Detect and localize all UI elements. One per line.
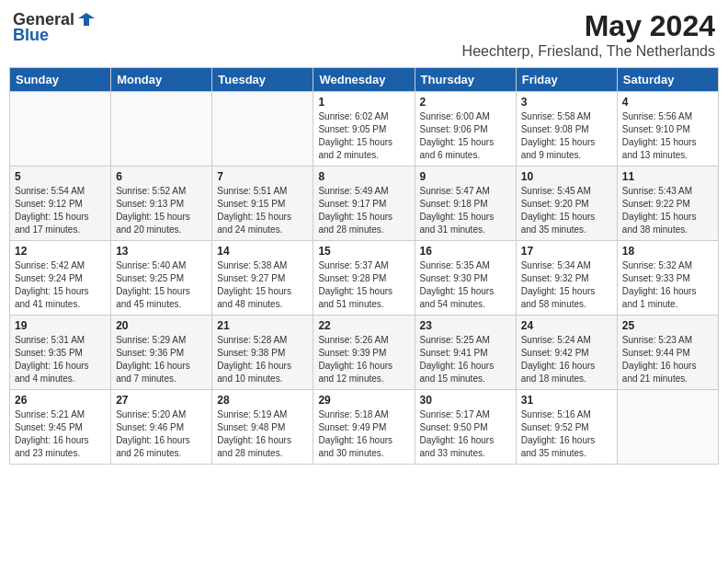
day-cell xyxy=(10,92,111,167)
calendar-table: Sunday Monday Tuesday Wednesday Thursday… xyxy=(9,67,719,465)
day-number: 7 xyxy=(217,170,308,183)
day-info: Sunrise: 5:29 AM Sunset: 9:36 PM Dayligh… xyxy=(116,334,207,385)
day-number: 12 xyxy=(15,245,106,258)
day-number: 15 xyxy=(318,245,409,258)
day-cell: 13Sunrise: 5:40 AM Sunset: 9:25 PM Dayli… xyxy=(111,241,212,316)
day-info: Sunrise: 5:19 AM Sunset: 9:48 PM Dayligh… xyxy=(217,408,308,460)
day-info: Sunrise: 6:00 AM Sunset: 9:06 PM Dayligh… xyxy=(420,110,511,162)
day-number: 13 xyxy=(116,245,207,258)
col-monday: Monday xyxy=(111,68,212,92)
day-info: Sunrise: 5:28 AM Sunset: 9:38 PM Dayligh… xyxy=(217,334,308,385)
day-cell: 5Sunrise: 5:54 AM Sunset: 9:12 PM Daylig… xyxy=(10,167,111,241)
day-info: Sunrise: 5:16 AM Sunset: 9:52 PM Dayligh… xyxy=(521,408,612,460)
day-info: Sunrise: 5:21 AM Sunset: 9:45 PM Dayligh… xyxy=(15,408,106,460)
logo: General Blue xyxy=(13,9,97,45)
col-wednesday: Wednesday xyxy=(313,68,415,92)
day-info: Sunrise: 5:51 AM Sunset: 9:15 PM Dayligh… xyxy=(217,185,308,236)
day-cell: 7Sunrise: 5:51 AM Sunset: 9:15 PM Daylig… xyxy=(212,167,313,241)
day-info: Sunrise: 5:25 AM Sunset: 9:41 PM Dayligh… xyxy=(420,334,511,385)
day-cell: 22Sunrise: 5:26 AM Sunset: 9:39 PM Dayli… xyxy=(313,316,415,390)
day-cell: 11Sunrise: 5:43 AM Sunset: 9:22 PM Dayli… xyxy=(617,167,718,241)
day-info: Sunrise: 5:47 AM Sunset: 9:18 PM Dayligh… xyxy=(420,185,511,236)
logo-blue-text: Blue xyxy=(13,26,49,45)
day-number: 26 xyxy=(15,394,106,407)
day-number: 27 xyxy=(116,394,207,407)
day-cell: 4Sunrise: 5:56 AM Sunset: 9:10 PM Daylig… xyxy=(617,92,718,167)
calendar-subtitle: Heechterp, Friesland, The Netherlands xyxy=(462,43,715,60)
day-info: Sunrise: 5:42 AM Sunset: 9:24 PM Dayligh… xyxy=(15,259,106,311)
day-number: 1 xyxy=(318,96,409,109)
day-info: Sunrise: 5:38 AM Sunset: 9:27 PM Dayligh… xyxy=(217,259,308,311)
day-cell: 25Sunrise: 5:23 AM Sunset: 9:44 PM Dayli… xyxy=(617,316,718,390)
title-area: May 2024 Heechterp, Friesland, The Nethe… xyxy=(462,9,715,60)
day-info: Sunrise: 5:26 AM Sunset: 9:39 PM Dayligh… xyxy=(318,334,409,385)
day-cell: 30Sunrise: 5:17 AM Sunset: 9:50 PM Dayli… xyxy=(415,390,516,465)
day-info: Sunrise: 5:35 AM Sunset: 9:30 PM Dayligh… xyxy=(420,259,511,311)
day-cell xyxy=(212,92,313,167)
day-number: 10 xyxy=(521,170,612,183)
day-cell: 15Sunrise: 5:37 AM Sunset: 9:28 PM Dayli… xyxy=(313,241,415,316)
day-cell: 3Sunrise: 5:58 AM Sunset: 9:08 PM Daylig… xyxy=(516,92,617,167)
col-saturday: Saturday xyxy=(617,68,718,92)
day-number: 25 xyxy=(622,319,713,332)
day-info: Sunrise: 5:58 AM Sunset: 9:08 PM Dayligh… xyxy=(521,110,612,162)
day-cell: 8Sunrise: 5:49 AM Sunset: 9:17 PM Daylig… xyxy=(313,167,415,241)
day-cell: 31Sunrise: 5:16 AM Sunset: 9:52 PM Dayli… xyxy=(516,390,617,465)
day-info: Sunrise: 5:24 AM Sunset: 9:42 PM Dayligh… xyxy=(521,334,612,385)
day-cell: 6Sunrise: 5:52 AM Sunset: 9:13 PM Daylig… xyxy=(111,167,212,241)
logo-bird-icon xyxy=(76,9,97,29)
day-cell: 29Sunrise: 5:18 AM Sunset: 9:49 PM Dayli… xyxy=(313,390,415,465)
day-number: 24 xyxy=(521,319,612,332)
col-friday: Friday xyxy=(516,68,617,92)
day-number: 18 xyxy=(622,245,713,258)
day-info: Sunrise: 5:34 AM Sunset: 9:32 PM Dayligh… xyxy=(521,259,612,311)
day-cell: 28Sunrise: 5:19 AM Sunset: 9:48 PM Dayli… xyxy=(212,390,313,465)
day-number: 14 xyxy=(217,245,308,258)
day-info: Sunrise: 5:56 AM Sunset: 9:10 PM Dayligh… xyxy=(622,110,713,162)
day-cell: 19Sunrise: 5:31 AM Sunset: 9:35 PM Dayli… xyxy=(10,316,111,390)
day-info: Sunrise: 5:54 AM Sunset: 9:12 PM Dayligh… xyxy=(15,185,106,236)
day-cell: 21Sunrise: 5:28 AM Sunset: 9:38 PM Dayli… xyxy=(212,316,313,390)
day-number: 20 xyxy=(116,319,207,332)
day-number: 30 xyxy=(420,394,511,407)
day-info: Sunrise: 5:32 AM Sunset: 9:33 PM Dayligh… xyxy=(622,259,713,311)
day-info: Sunrise: 5:18 AM Sunset: 9:49 PM Dayligh… xyxy=(318,408,409,460)
day-number: 2 xyxy=(420,96,511,109)
day-cell: 27Sunrise: 5:20 AM Sunset: 9:46 PM Dayli… xyxy=(111,390,212,465)
day-info: Sunrise: 5:20 AM Sunset: 9:46 PM Dayligh… xyxy=(116,408,207,460)
day-cell: 10Sunrise: 5:45 AM Sunset: 9:20 PM Dayli… xyxy=(516,167,617,241)
header-row: Sunday Monday Tuesday Wednesday Thursday… xyxy=(10,68,719,92)
day-cell: 12Sunrise: 5:42 AM Sunset: 9:24 PM Dayli… xyxy=(10,241,111,316)
week-row-4: 19Sunrise: 5:31 AM Sunset: 9:35 PM Dayli… xyxy=(10,316,719,390)
day-info: Sunrise: 5:17 AM Sunset: 9:50 PM Dayligh… xyxy=(420,408,511,460)
day-cell: 18Sunrise: 5:32 AM Sunset: 9:33 PM Dayli… xyxy=(617,241,718,316)
day-info: Sunrise: 5:31 AM Sunset: 9:35 PM Dayligh… xyxy=(15,334,106,385)
calendar-title: May 2024 xyxy=(462,9,715,43)
day-info: Sunrise: 5:37 AM Sunset: 9:28 PM Dayligh… xyxy=(318,259,409,311)
day-info: Sunrise: 5:45 AM Sunset: 9:20 PM Dayligh… xyxy=(521,185,612,236)
day-info: Sunrise: 5:49 AM Sunset: 9:17 PM Dayligh… xyxy=(318,185,409,236)
day-info: Sunrise: 5:43 AM Sunset: 9:22 PM Dayligh… xyxy=(622,185,713,236)
day-cell: 24Sunrise: 5:24 AM Sunset: 9:42 PM Dayli… xyxy=(516,316,617,390)
day-cell: 1Sunrise: 6:02 AM Sunset: 9:05 PM Daylig… xyxy=(313,92,415,167)
day-cell: 26Sunrise: 5:21 AM Sunset: 9:45 PM Dayli… xyxy=(10,390,111,465)
week-row-3: 12Sunrise: 5:42 AM Sunset: 9:24 PM Dayli… xyxy=(10,241,719,316)
day-cell: 23Sunrise: 5:25 AM Sunset: 9:41 PM Dayli… xyxy=(415,316,516,390)
day-cell: 16Sunrise: 5:35 AM Sunset: 9:30 PM Dayli… xyxy=(415,241,516,316)
day-number: 17 xyxy=(521,245,612,258)
week-row-5: 26Sunrise: 5:21 AM Sunset: 9:45 PM Dayli… xyxy=(10,390,719,465)
header: General Blue May 2024 Heechterp, Friesla… xyxy=(9,9,719,60)
day-cell: 20Sunrise: 5:29 AM Sunset: 9:36 PM Dayli… xyxy=(111,316,212,390)
day-number: 21 xyxy=(217,319,308,332)
day-number: 5 xyxy=(15,170,106,183)
day-number: 8 xyxy=(318,170,409,183)
day-info: Sunrise: 5:23 AM Sunset: 9:44 PM Dayligh… xyxy=(622,334,713,385)
week-row-2: 5Sunrise: 5:54 AM Sunset: 9:12 PM Daylig… xyxy=(10,167,719,241)
day-number: 29 xyxy=(318,394,409,407)
day-number: 23 xyxy=(420,319,511,332)
day-cell xyxy=(111,92,212,167)
day-number: 3 xyxy=(521,96,612,109)
day-number: 4 xyxy=(622,96,713,109)
day-info: Sunrise: 5:52 AM Sunset: 9:13 PM Dayligh… xyxy=(116,185,207,236)
day-number: 9 xyxy=(420,170,511,183)
